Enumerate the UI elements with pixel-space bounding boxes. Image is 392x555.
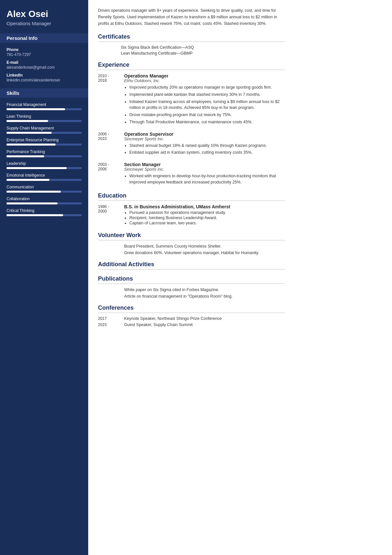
phone-label: Phone <box>7 47 82 52</box>
education-heading: Education <box>98 192 285 201</box>
cert-text: Lean Manufacturing Certificate—GBMP <box>121 51 193 56</box>
experience-heading: Experience <box>98 61 285 70</box>
publications-heading: Publications <box>98 275 285 284</box>
experience-entry: 2010 -2018 Operations Manager Elihu Outd… <box>98 73 285 126</box>
cert-text: Six Sigma Black Belt Certification—ASQ <box>121 45 194 50</box>
skill-item: Supply Chain Management <box>7 126 82 134</box>
linkedin-value: linkedin.com/in/alexanderkosei <box>7 78 82 82</box>
publication-row: Article on financial management in "Oper… <box>124 294 285 299</box>
conference-entry: 2015 Guest Speaker, Supply Chain Summit <box>98 322 285 327</box>
conference-entry: 2017 Keynote Speaker, Northeast Shingo P… <box>98 316 285 321</box>
candidate-title: Operations Manager <box>7 21 82 26</box>
skill-bar <box>7 167 82 169</box>
main-content: Driven operations manager with 8+ years … <box>88 0 294 555</box>
exp-job-title: Section Manager <box>124 162 285 167</box>
skill-item: Collaboration <box>7 197 82 204</box>
resume-container: Alex Osei Operations Manager Personal In… <box>0 0 294 555</box>
exp-job-title: Operations Manager <box>124 73 285 78</box>
skill-item: Performance Tracking <box>7 149 82 157</box>
additional-heading: Additional Activities <box>98 261 285 269</box>
publication-text: Article on financial management in "Oper… <box>124 294 233 299</box>
cert-row: Lean Manufacturing Certificate—GBMP <box>121 51 285 56</box>
personal-info-heading: Personal Info <box>0 33 88 43</box>
exp-bullet: Enlisted supplier aid in Kanban system, … <box>129 149 285 156</box>
summary-text: Driven operations manager with 8+ years … <box>98 7 285 27</box>
volunteer-row: Board President, Summers County Homeless… <box>124 244 285 249</box>
skill-name: Performance Tracking <box>7 149 82 154</box>
phone-value: 781-470-7297 <box>7 52 82 57</box>
conferences-heading: Conferences <box>98 304 285 313</box>
exp-bullet: Initiated Kaizen training across all emp… <box>129 99 285 111</box>
skill-name: Enterprise Resource Planning <box>7 138 82 142</box>
edu-bullet: Captain of Lacrosse team, two years. <box>129 221 285 225</box>
volunteer-heading: Volunteer Work <box>98 232 285 240</box>
edu-bullet: Pursued a passion for operations managem… <box>129 210 285 215</box>
edu-content: B.S. in Business Administration, UMass A… <box>124 204 285 226</box>
publication-text: White paper on Six Sigma cited in Forbes… <box>124 287 219 292</box>
edu-bullet: Recipient, Isenberg Business Leadership … <box>129 216 285 220</box>
exp-bullet: Improved productivity 20% as operations … <box>129 84 285 91</box>
skill-bar <box>7 179 82 181</box>
skill-bar <box>7 191 82 193</box>
exp-job-title: Operations Supervisor <box>124 131 285 137</box>
experience-list: 2010 -2018 Operations Manager Elihu Outd… <box>98 73 285 186</box>
skill-bar <box>7 214 82 216</box>
edu-dates: 1996 -2000 <box>98 204 124 226</box>
volunteer-text: Board President, Summers County Homeless… <box>124 244 221 249</box>
certificates-heading: Certificates <box>98 33 285 42</box>
skills-heading: Skills <box>0 88 88 98</box>
exp-bullet: Slashed annual budget 18% & raised quali… <box>129 143 285 149</box>
conference-year: 2017 <box>98 316 124 321</box>
volunteer-text: Grew donations 60%. Volunteer operations… <box>124 251 259 255</box>
experience-entry: 2006 -2010 Operations Supervisor Sincmey… <box>98 131 285 157</box>
skill-bar <box>7 132 82 134</box>
conference-text: Guest Speaker, Supply Chain Summit <box>124 322 193 327</box>
skill-bar <box>7 144 82 146</box>
skill-name: Leadership <box>7 161 82 166</box>
exp-content: Operations Manager Elihu Outdoors, Inc. … <box>124 73 285 126</box>
skill-item: Leadership <box>7 161 82 169</box>
publications-list: White paper on Six Sigma cited in Forbes… <box>98 287 285 299</box>
email-value: alexanderkosei@gmail.com <box>7 65 82 70</box>
skill-item: Financial Management <box>7 102 82 110</box>
email-label: E-mail <box>7 60 82 65</box>
skill-bar <box>7 202 82 204</box>
edu-bullets: Pursued a passion for operations managem… <box>124 210 285 225</box>
exp-bullet: Through Total Productive Maintenance, cu… <box>129 119 285 125</box>
skill-bar <box>7 108 82 110</box>
exp-bullet: Drove mistake-proofing program that cut … <box>129 112 285 118</box>
exp-dates: 2003 -2006 <box>98 162 124 186</box>
skill-name: Supply Chain Management <box>7 126 82 130</box>
skills-list: Financial Management Lean Thinking Suppl… <box>7 102 82 216</box>
publication-row: White paper on Six Sigma cited in Forbes… <box>124 287 285 292</box>
exp-content: Operations Supervisor Sincmeyer Sports I… <box>124 131 285 157</box>
exp-bullets: Worked with engineers to develop hour-by… <box>124 173 285 185</box>
skill-name: Communication <box>7 185 82 189</box>
linkedin-label: LinkedIn <box>7 73 82 78</box>
skill-item: Communication <box>7 185 82 193</box>
exp-company: Sincmeyer Sports Inc. <box>124 167 285 172</box>
skill-item: Emotional Intelligence <box>7 173 82 181</box>
conferences-list: 2017 Keynote Speaker, Northeast Shingo P… <box>98 316 285 327</box>
exp-bullets: Improved productivity 20% as operations … <box>124 84 285 125</box>
candidate-name: Alex Osei <box>7 9 82 19</box>
cert-row: Six Sigma Black Belt Certification—ASQ <box>121 45 285 50</box>
edu-degree: B.S. in Business Administration, UMass A… <box>124 204 285 209</box>
certificates-list: Six Sigma Black Belt Certification—ASQLe… <box>98 45 285 56</box>
exp-bullet: Implemented plant-wide kanban that slash… <box>129 92 285 98</box>
exp-bullets: Slashed annual budget 18% & raised quali… <box>124 143 285 156</box>
exp-dates: 2006 -2010 <box>98 131 124 157</box>
education-entry: 1996 -2000 B.S. in Business Administrati… <box>98 204 285 226</box>
sidebar: Alex Osei Operations Manager Personal In… <box>0 0 88 555</box>
volunteer-list: Board President, Summers County Homeless… <box>98 244 285 255</box>
skill-item: Critical Thinking <box>7 208 82 216</box>
skill-name: Critical Thinking <box>7 208 82 213</box>
exp-dates: 2010 -2018 <box>98 73 124 126</box>
skill-bar <box>7 120 82 122</box>
exp-content: Section Manager Sincmeyer Sports Inc. Wo… <box>124 162 285 186</box>
skills-section: Skills Financial Management Lean Thinkin… <box>7 88 82 216</box>
conference-text: Keynote Speaker, Northeast Shingo Prize … <box>124 316 222 321</box>
skill-name: Emotional Intelligence <box>7 173 82 178</box>
exp-company: Elihu Outdoors, Inc. <box>124 78 285 83</box>
skill-bar <box>7 155 82 157</box>
